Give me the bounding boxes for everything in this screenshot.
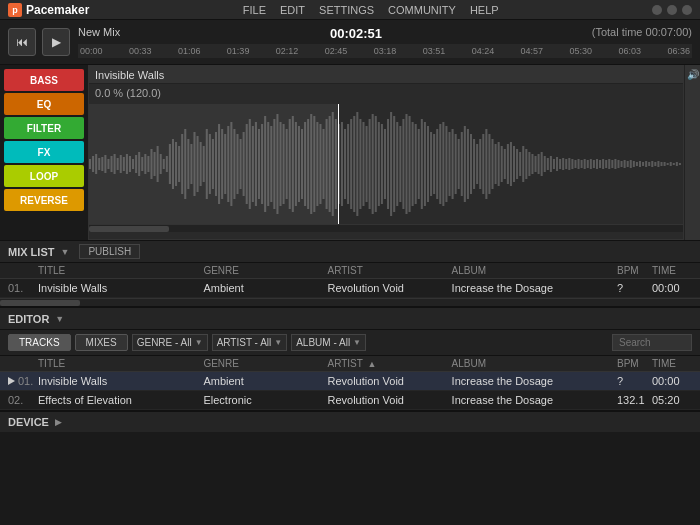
fx-btn-fx[interactable]: FX xyxy=(4,141,84,163)
svg-rect-136 xyxy=(504,149,506,179)
search-input[interactable] xyxy=(612,334,692,351)
svg-rect-176 xyxy=(627,161,629,167)
svg-rect-180 xyxy=(639,161,641,167)
svg-rect-179 xyxy=(636,162,638,166)
editor-col-num xyxy=(8,358,38,369)
app-logo: p Pacemaker xyxy=(8,3,89,17)
close-button[interactable] xyxy=(682,5,692,15)
svg-rect-126 xyxy=(473,139,475,189)
svg-rect-149 xyxy=(544,156,546,172)
svg-rect-95 xyxy=(378,122,380,206)
editor-col-artist[interactable]: ARTIST ▲ xyxy=(328,358,452,369)
svg-rect-193 xyxy=(679,163,681,165)
fx-btn-bass[interactable]: BASS xyxy=(4,69,84,91)
genre-filter[interactable]: GENRE - All ▼ xyxy=(132,334,208,351)
device-expand-arrow[interactable]: ▶ xyxy=(55,417,62,427)
svg-rect-167 xyxy=(599,160,601,168)
svg-rect-135 xyxy=(501,146,503,182)
mix-info: New Mix 00:02:51 (Total time 00:07:00) 0… xyxy=(78,26,692,58)
col-header-num xyxy=(8,265,38,276)
table-row[interactable]: 02. Effects of Elevation Electronic Revo… xyxy=(0,391,700,410)
svg-rect-190 xyxy=(670,162,672,166)
menu-settings[interactable]: SETTINGS xyxy=(319,4,374,16)
svg-rect-188 xyxy=(664,162,666,166)
svg-rect-175 xyxy=(624,160,626,168)
svg-rect-100 xyxy=(393,116,395,212)
mix-current-time: 00:02:51 xyxy=(330,26,382,41)
menu-edit[interactable]: EDIT xyxy=(280,4,305,16)
tab-mixes[interactable]: MIXES xyxy=(75,334,128,351)
ruler-mark: 04:24 xyxy=(472,46,495,56)
scrollbar-thumb[interactable] xyxy=(89,226,169,232)
svg-rect-191 xyxy=(673,163,675,165)
editor-title: EDITOR xyxy=(8,313,49,325)
editor-row-genre-1: Ambient xyxy=(203,375,327,387)
prev-button[interactable]: ⏮ xyxy=(8,28,36,56)
table-row[interactable]: 01. Invisible Walls Ambient Revolution V… xyxy=(0,372,700,391)
maximize-button[interactable] xyxy=(667,5,677,15)
ruler-mark: 06:03 xyxy=(618,46,641,56)
play-button[interactable]: ▶ xyxy=(42,28,70,56)
mix-title-row: New Mix 00:02:51 (Total time 00:07:00) xyxy=(78,26,692,41)
svg-rect-124 xyxy=(467,129,469,199)
volume-button[interactable]: 🔊 xyxy=(684,65,700,240)
ruler-marks: 00:0000:3301:0601:3902:1202:4503:1803:51… xyxy=(80,46,690,56)
svg-rect-145 xyxy=(531,154,533,174)
svg-rect-154 xyxy=(559,159,561,169)
waveform-scrollbar[interactable] xyxy=(89,224,683,232)
editor-row-num-1: 01. xyxy=(8,375,38,387)
fx-btn-loop[interactable]: LOOP xyxy=(4,165,84,187)
svg-rect-104 xyxy=(405,114,407,214)
editor-collapse-arrow[interactable]: ▼ xyxy=(55,314,64,324)
album-filter[interactable]: ALBUM - All ▼ xyxy=(291,334,366,351)
svg-rect-116 xyxy=(442,122,444,206)
svg-rect-99 xyxy=(390,112,392,216)
mix-list-collapse-arrow[interactable]: ▼ xyxy=(60,247,69,257)
editor-row-artist-2: Revolution Void xyxy=(328,394,452,406)
table-row[interactable]: 01. Invisible Walls Ambient Revolution V… xyxy=(0,279,700,298)
genre-filter-arrow: ▼ xyxy=(195,338,203,347)
menu-help[interactable]: HELP xyxy=(470,4,499,16)
svg-rect-120 xyxy=(455,134,457,194)
svg-rect-140 xyxy=(516,149,518,179)
play-indicator xyxy=(8,377,15,385)
svg-rect-102 xyxy=(399,126,401,202)
menu-community[interactable]: COMMUNITY xyxy=(388,4,456,16)
svg-rect-192 xyxy=(676,162,678,166)
tab-tracks[interactable]: TRACKS xyxy=(8,334,71,351)
svg-rect-87 xyxy=(353,116,355,212)
waveform-section: BASSEQFILTERFXLOOPREVERSE Invisible Wall… xyxy=(0,65,700,240)
col-header-bpm: BPM xyxy=(617,265,652,276)
svg-rect-183 xyxy=(648,162,650,166)
svg-rect-112 xyxy=(430,132,432,196)
svg-rect-139 xyxy=(513,146,515,182)
publish-button[interactable]: PUBLISH xyxy=(79,244,140,259)
svg-rect-164 xyxy=(590,159,592,169)
menu-file[interactable]: FILE xyxy=(243,4,266,16)
fx-btn-eq[interactable]: EQ xyxy=(4,93,84,115)
waveform-canvas[interactable] xyxy=(89,104,683,224)
timeline-ruler: 00:0000:3301:0601:3902:1202:4503:1803:51… xyxy=(78,44,692,58)
editor-row-album-2: Increase the Dosage xyxy=(452,394,617,406)
svg-rect-122 xyxy=(461,132,463,196)
svg-rect-134 xyxy=(498,142,500,186)
svg-rect-111 xyxy=(427,126,429,202)
svg-rect-128 xyxy=(479,139,481,189)
fx-btn-filter[interactable]: FILTER xyxy=(4,117,84,139)
svg-rect-170 xyxy=(608,159,610,169)
artist-filter[interactable]: ARTIST - All ▼ xyxy=(212,334,288,351)
waveform-svg xyxy=(89,104,683,224)
col-header-album: ALBUM xyxy=(452,265,617,276)
scrollbar-thumb-2[interactable] xyxy=(0,300,80,306)
album-filter-arrow: ▼ xyxy=(353,338,361,347)
svg-rect-93 xyxy=(372,114,374,214)
waveform-container[interactable]: Invisible Walls 0.0 % (120.0) xyxy=(88,65,684,240)
fx-btn-reverse[interactable]: REVERSE xyxy=(4,189,84,211)
minimize-button[interactable] xyxy=(652,5,662,15)
mix-list-scrollbar[interactable] xyxy=(0,298,700,306)
editor-row-title-2: Effects of Elevation xyxy=(38,394,203,406)
editor-col-time: TIME xyxy=(652,358,692,369)
svg-rect-150 xyxy=(547,158,549,170)
svg-rect-101 xyxy=(396,122,398,206)
svg-rect-169 xyxy=(605,160,607,168)
